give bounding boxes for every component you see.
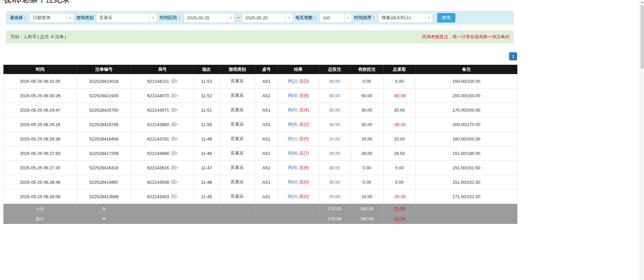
result-cell: 闲(5)庄(0)	[278, 189, 319, 204]
date-from-value: 2025-05-25	[184, 13, 227, 22]
round-cell: 622143508	[131, 175, 194, 189]
bet-records-table: 时间 注单编号 局号 场次 游戏类别 桌号 结果 总投注 有效投注 总派彩 备注…	[3, 65, 517, 224]
total-bet-link[interactable]: 30.00	[329, 151, 340, 156]
result-cell: 闲(0)庄(0)	[278, 175, 319, 189]
round-number: 622143403	[147, 194, 169, 199]
date-from-select[interactable]: 2025-05-25 ▼	[184, 13, 235, 23]
total-bet-cell: 20.00	[319, 189, 351, 204]
total-bet-link[interactable]: 30.00	[329, 165, 340, 170]
round-number: 622144151	[147, 79, 169, 84]
payout-cell: -50.00	[383, 89, 416, 103]
round-cell: 622143616	[131, 161, 194, 175]
session-cell: 11-49	[194, 132, 220, 146]
total-bet-link[interactable]: 30.00	[329, 180, 340, 185]
table-no-cell: AS1	[255, 132, 278, 146]
banker-result: 庄(7)	[299, 151, 309, 156]
total-bet-link[interactable]: 20.00	[329, 194, 340, 199]
column-header-result: 结果	[278, 65, 319, 74]
pagination: 1	[3, 52, 517, 60]
banker-result: 庄(4)	[299, 107, 309, 112]
result-cell: 闲(1)庄(0)	[278, 132, 319, 146]
subtotal-empty-cell	[220, 204, 255, 214]
result-cell: 闲(6)庄(7)	[278, 146, 319, 161]
game-type-cell: 百家乐	[220, 89, 255, 103]
valid-bet-cell: 20.00	[351, 132, 383, 146]
column-header-total-bet: 总投注	[319, 65, 351, 74]
total-bet-link[interactable]: 30.00	[329, 79, 340, 84]
sort-order-select[interactable]: 降冪(由大到小) ▼	[378, 13, 433, 23]
round-cell: 622143971	[131, 103, 194, 117]
remark-cell: 150.00/150.00	[416, 74, 517, 89]
game-type-value: 百家乐	[96, 13, 149, 22]
query-type-select[interactable]: 日期查询 ▼	[30, 13, 74, 23]
bet-id-cell: 522528416318	[77, 161, 131, 175]
bet-id-cell: 522528420750	[77, 103, 131, 117]
page-title: 视讯/彩票下注纪录	[3, 0, 644, 4]
session-cell: 11-51	[194, 103, 220, 117]
scroll-up-icon[interactable]: ▲	[640, 0, 644, 4]
page-size-label: 每页笔数：	[295, 15, 317, 21]
video-replay-icon[interactable]	[171, 122, 178, 127]
total-empty-cell	[255, 214, 278, 224]
subtotal-empty-cell	[278, 204, 319, 214]
video-replay-icon[interactable]	[171, 151, 178, 156]
total-bet-cell: 30.00	[319, 74, 351, 89]
total-total-bet: 270.00	[319, 214, 351, 224]
remark-cell: 151.50/151.50	[416, 161, 517, 175]
subtotal-label: 小计	[4, 204, 77, 214]
remark-cell: 170.00/200.00	[416, 103, 517, 117]
subtotal-empty-cell	[416, 204, 517, 214]
vertical-scrollbar[interactable]: ▲	[640, 0, 644, 280]
video-replay-icon[interactable]	[171, 194, 178, 199]
total-bet-link[interactable]: 30.00	[329, 108, 340, 113]
total-empty-cell	[278, 214, 319, 224]
records-tbody: 2025-05-25 06:31:00522528423018622144151…	[4, 74, 517, 204]
bet-id-cell: 522528417259	[77, 146, 131, 161]
date-range-tilde: ~	[237, 15, 240, 20]
page-title-clip: 视讯/彩票下注纪录	[3, 0, 644, 4]
result-cell: 闲(9)庄(2)	[278, 117, 319, 132]
bet-id-cell: 522528418456	[77, 132, 131, 146]
video-replay-icon[interactable]	[171, 165, 178, 170]
table-row: 2025-05-25 06:28:36522528418456622143781…	[4, 132, 517, 146]
scrollbar-thumb[interactable]	[641, 5, 644, 69]
banker-result: 庄(2)	[299, 122, 309, 127]
banker-result: 庄(0)	[299, 194, 309, 199]
page-size-select[interactable]: 100 ▼	[320, 13, 352, 23]
bet-id-cell: 522528421930	[77, 89, 131, 103]
total-bet-link[interactable]: 30.00	[329, 122, 340, 127]
video-replay-icon[interactable]	[171, 93, 178, 98]
video-replay-icon[interactable]	[171, 79, 178, 83]
search-button[interactable]: 查询	[437, 13, 455, 22]
table-header: 时间 注单编号 局号 场次 游戏类别 桌号 结果 总投注 有效投注 总派彩 备注	[4, 65, 517, 74]
valid-bet-notice: 同局有效投注，统一计算在该局第一张注单内	[422, 34, 509, 40]
game-type-select[interactable]: 百家乐 ▼	[96, 13, 157, 23]
payout-cell: -20.00	[383, 189, 416, 204]
date-to-select[interactable]: 2025-05-25 ▼	[242, 13, 293, 23]
page-button-1[interactable]: 1	[509, 52, 517, 60]
total-empty-cell	[194, 214, 220, 224]
game-type-cell: 百家乐	[220, 175, 255, 189]
payout-cell: 0.00	[383, 175, 416, 189]
table-no-cell: AS1	[255, 117, 278, 132]
round-cell: 622143880	[131, 117, 194, 132]
video-replay-icon[interactable]	[171, 136, 178, 141]
total-bet-link[interactable]: 20.00	[329, 136, 340, 142]
video-replay-icon[interactable]	[171, 180, 178, 184]
table-row: 2025-05-25 06:26:08522528413566622143403…	[4, 189, 517, 204]
total-bet-link[interactable]: 50.00	[329, 93, 340, 98]
table-no-cell: AS1	[255, 89, 278, 103]
video-replay-icon[interactable]	[171, 108, 178, 112]
valid-bet-cell: 30.00	[351, 117, 383, 132]
round-number: 622143880	[147, 122, 169, 127]
page-size-value: 100	[320, 13, 344, 22]
session-cell: 11-48	[194, 146, 220, 161]
total-empty-cell	[416, 214, 517, 224]
time-cell: 2025-05-25 06:29:47	[4, 103, 77, 117]
total-bet-cell: 30.00	[319, 175, 351, 189]
total-label: 总计	[4, 214, 77, 224]
round-cell: 622143403	[131, 189, 194, 204]
table-no-cell: AS1	[255, 103, 278, 117]
column-header-session: 场次	[194, 65, 220, 74]
remark-cell: 200.00/150.00	[416, 89, 517, 103]
